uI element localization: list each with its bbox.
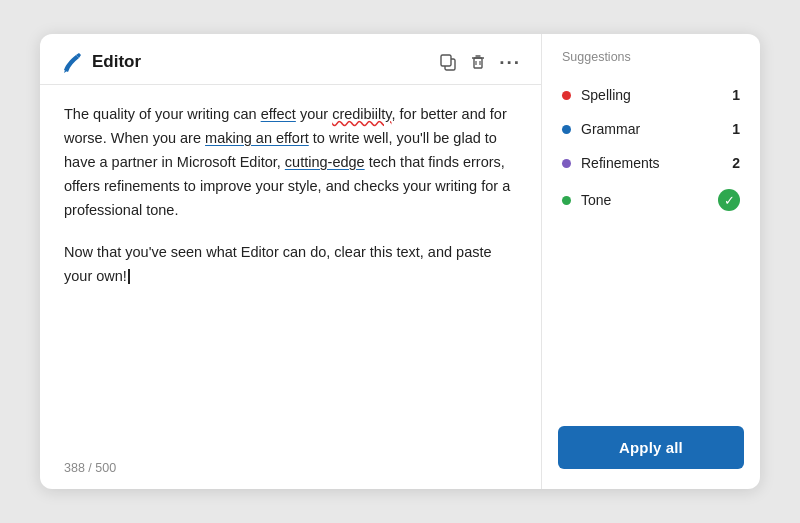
refinements-label: Refinements (581, 155, 722, 171)
refinements-dot (562, 159, 571, 168)
spelling-label: Spelling (581, 87, 722, 103)
making-effort-phrase: making an effort (205, 130, 309, 146)
editor-logo-icon (60, 50, 84, 74)
suggestion-refinements[interactable]: Refinements 2 (542, 146, 760, 180)
refinements-count: 2 (732, 155, 740, 171)
effect-word: effect (261, 106, 296, 122)
credibility-word: credibiilty (332, 106, 391, 122)
text-before-effect: The quality of your writing can (64, 106, 261, 122)
suggestions-header: Suggestions (542, 34, 760, 74)
tone-check-icon: ✓ (718, 189, 740, 211)
suggestion-tone[interactable]: Tone ✓ (542, 180, 760, 220)
suggestion-grammar[interactable]: Grammar 1 (542, 112, 760, 146)
right-panel: Suggestions Spelling 1 Grammar 1 Refinem… (542, 34, 760, 489)
text-after-effect: your (296, 106, 332, 122)
spelling-dot (562, 91, 571, 100)
text-cursor (128, 269, 130, 284)
header-actions: ··· (439, 53, 521, 72)
word-count: 388 / 500 (64, 461, 116, 475)
tone-dot (562, 196, 571, 205)
apply-all-button[interactable]: Apply all (558, 426, 744, 469)
header: Editor (40, 34, 541, 84)
suggestion-list: Spelling 1 Grammar 1 Refinements 2 Tone … (542, 74, 760, 412)
grammar-count: 1 (732, 121, 740, 137)
left-panel: Editor (40, 34, 542, 489)
suggestion-spelling[interactable]: Spelling 1 (542, 78, 760, 112)
grammar-dot (562, 125, 571, 134)
word-count-footer: 388 / 500 (40, 453, 541, 489)
cutting-edge-phrase: cutting-edge (285, 154, 365, 170)
header-title: Editor (92, 52, 431, 72)
copy-button[interactable] (439, 53, 457, 71)
tone-label: Tone (581, 192, 708, 208)
editor-card: Editor (40, 34, 760, 489)
editor-text-area[interactable]: The quality of your writing can effect y… (40, 85, 541, 453)
spelling-count: 1 (732, 87, 740, 103)
more-button[interactable]: ··· (499, 53, 521, 72)
svg-rect-1 (441, 55, 451, 66)
paragraph-1: The quality of your writing can effect y… (64, 103, 517, 223)
grammar-label: Grammar (581, 121, 722, 137)
paragraph-2: Now that you've seen what Editor can do,… (64, 241, 517, 289)
apply-btn-area: Apply all (542, 412, 760, 489)
svg-rect-2 (474, 58, 482, 68)
trash-button[interactable] (469, 53, 487, 71)
